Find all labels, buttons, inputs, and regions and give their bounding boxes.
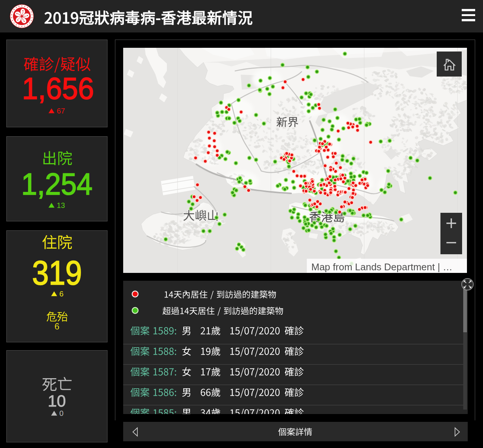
svg-text:67: 67	[57, 108, 65, 115]
svg-text:0: 0	[59, 410, 63, 417]
svg-text:13: 13	[57, 202, 65, 209]
svg-text:6: 6	[59, 291, 63, 298]
